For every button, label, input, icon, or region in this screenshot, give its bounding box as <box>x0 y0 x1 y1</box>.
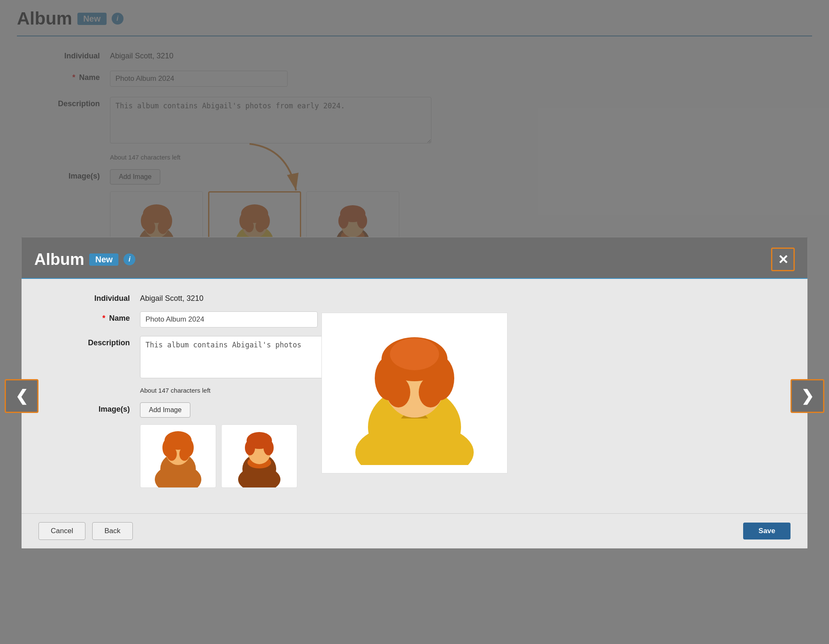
svg-point-37 <box>419 377 442 407</box>
modal-add-image-button[interactable]: Add Image <box>140 402 190 418</box>
modal-image-thumb-3[interactable] <box>221 424 297 488</box>
modal-name-input[interactable] <box>140 311 318 328</box>
modal-info-icon[interactable]: i <box>124 253 135 265</box>
enlarged-image-popup <box>321 313 508 473</box>
svg-point-54 <box>245 440 255 455</box>
cancel-button[interactable]: Cancel <box>38 522 85 540</box>
enlarged-person-svg <box>334 321 495 465</box>
close-button[interactable]: ✕ <box>771 248 795 271</box>
modal-footer: Cancel Back Save <box>22 513 807 548</box>
modal-title: Album <box>34 250 84 269</box>
svg-point-55 <box>264 440 274 455</box>
modal-body: ❮ ❯ <box>22 279 807 513</box>
modal-individual-row: Individual Abigail Scott, 3210 <box>47 292 782 303</box>
modal-dialog: Album New i ✕ ❮ ❯ <box>21 237 808 549</box>
modal-required-star: * <box>102 314 105 322</box>
prev-arrow-button[interactable]: ❮ <box>5 379 38 413</box>
svg-point-46 <box>167 447 177 461</box>
modal-individual-value: Abigail Scott, 3210 <box>140 292 203 303</box>
modal-images-section: Add Image <box>140 402 297 488</box>
modal-person-svg-1 <box>146 424 210 488</box>
modal-individual-label: Individual <box>47 292 140 303</box>
modal-image-grid <box>140 424 297 488</box>
modal-name-label: * Name <box>47 311 140 323</box>
svg-point-38 <box>390 338 439 370</box>
save-button[interactable]: Save <box>743 523 791 539</box>
modal-new-badge: New <box>89 253 118 266</box>
modal-title-row: Album New i <box>34 250 135 269</box>
footer-left-actions: Cancel Back <box>38 522 133 540</box>
modal-person-svg-3 <box>228 424 291 488</box>
next-arrow-button[interactable]: ❯ <box>791 379 824 413</box>
svg-point-47 <box>179 447 189 461</box>
back-button[interactable]: Back <box>92 522 133 540</box>
modal-image-thumb-1[interactable] <box>140 424 216 488</box>
modal-description-label: Description <box>47 336 140 347</box>
modal-images-label: Image(s) <box>47 402 140 414</box>
modal-header: Album New i ✕ <box>22 237 807 279</box>
svg-point-36 <box>387 377 410 407</box>
